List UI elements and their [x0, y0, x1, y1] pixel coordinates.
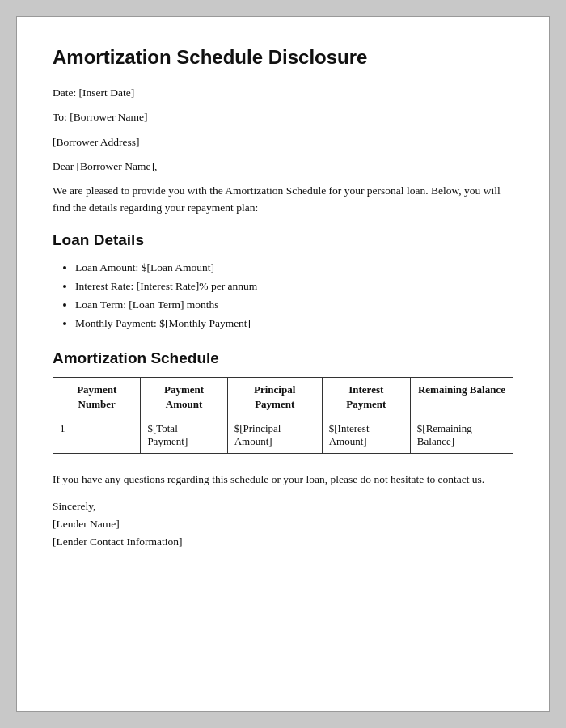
col-header-interest-payment: Interest Payment: [322, 377, 410, 417]
col-header-remaining-balance: Remaining Balance: [410, 377, 513, 417]
amortization-table: Payment Number Payment Amount Principal …: [53, 377, 513, 454]
lender-contact: [Lender Contact Information]: [53, 535, 513, 548]
table-row: 1 $[Total Payment] $[Principal Amount] $…: [53, 417, 513, 453]
document-title: Amortization Schedule Disclosure: [53, 46, 513, 69]
cell-payment-number: 1: [53, 417, 141, 453]
cell-principal-payment: $[Principal Amount]: [227, 417, 322, 453]
date-line: Date: [Insert Date]: [53, 85, 513, 101]
schedule-heading: Amortization Schedule: [53, 349, 513, 367]
loan-details-list: Loan Amount: $[Loan Amount] Interest Rat…: [53, 259, 513, 333]
list-item: Loan Amount: $[Loan Amount]: [75, 259, 513, 277]
to-line: To: [Borrower Name]: [53, 109, 513, 125]
col-header-payment-number: Payment Number: [53, 377, 141, 417]
loan-section-heading: Loan Details: [53, 231, 513, 249]
cell-remaining-balance: $[Remaining Balance]: [410, 417, 513, 453]
list-item: Monthly Payment: $[Monthly Payment]: [75, 315, 513, 333]
table-header-row: Payment Number Payment Amount Principal …: [53, 377, 513, 417]
salutation: Dear [Borrower Name],: [53, 159, 513, 175]
cell-interest-payment: $[Interest Amount]: [322, 417, 410, 453]
col-header-principal-payment: Principal Payment: [227, 377, 322, 417]
lender-name: [Lender Name]: [53, 518, 513, 531]
address-line: [Borrower Address]: [53, 134, 513, 150]
intro-text: We are pleased to provide you with the A…: [53, 183, 513, 217]
list-item: Loan Term: [Loan Term] months: [75, 296, 513, 315]
footer-text: If you have any questions regarding this…: [53, 472, 513, 489]
list-item: Interest Rate: [Interest Rate]% per annu…: [75, 277, 513, 296]
col-header-payment-amount: Payment Amount: [141, 377, 227, 417]
closing-line: Sincerely,: [53, 500, 513, 513]
document-page: Amortization Schedule Disclosure Date: […: [16, 16, 550, 712]
cell-payment-amount: $[Total Payment]: [141, 417, 227, 453]
